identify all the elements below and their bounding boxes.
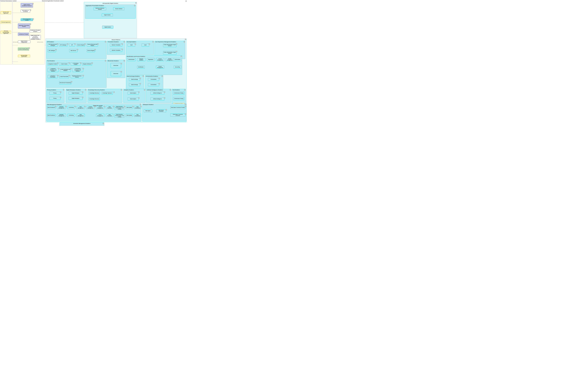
data-pub-1[interactable]: Data Publication (106, 106, 113, 109)
blockchain-node-1[interactable]: Blockchain (111, 63, 121, 68)
api-catalogue-node-1[interactable]: API Catalogue (59, 44, 67, 46)
esigp-exp[interactable]: □ (57, 75, 58, 76)
machine-trans-2[interactable]: Machine Translation (110, 49, 122, 52)
data-analytics-1[interactable]: Data Analytics (127, 92, 139, 94)
data-persist-2[interactable]: Data Persistence (47, 114, 55, 117)
reg-elec-delivery[interactable]: Registered Electronic Delivery (70, 75, 83, 78)
forms-mgmt-2[interactable]: Forms Management (96, 114, 104, 117)
real-service-prov[interactable]: Real Service Provisioning (59, 81, 71, 84)
identification-node[interactable]: Identification (137, 66, 145, 68)
trust-expand[interactable]: □ (105, 60, 106, 61)
de1-exp[interactable]: □ (140, 78, 141, 79)
assumptions-node[interactable]: Assumptions & Constraints (21, 10, 30, 12)
dw-node-2[interactable]: Digital Workplace (69, 97, 82, 100)
european-library-node[interactable]: Application Presentation Enablers (18, 24, 30, 28)
iae-expand[interactable]: □ (181, 56, 182, 57)
esig-pres[interactable]: e-Signature Preservation (48, 75, 58, 78)
api-disc-exp[interactable]: □ (57, 44, 58, 44)
data-mgmt-2[interactable]: Data Management (76, 114, 85, 117)
ai1-exp[interactable]: □ (164, 92, 165, 93)
sbb-expand[interactable]: □ (29, 48, 30, 49)
sme-expand[interactable]: □ (103, 123, 104, 124)
service-registry-node-2[interactable]: Service Registry (87, 49, 95, 52)
orch2-exp[interactable]: □ (159, 83, 160, 84)
pasw2-exp[interactable]: □ (176, 51, 177, 52)
dma1-exp[interactable]: □ (84, 106, 85, 107)
da2-exp[interactable]: □ (138, 98, 139, 98)
orch-expand[interactable]: □ (162, 76, 163, 77)
arch-principles-viewpoint-node[interactable]: Architecture Principles viewpoint (30, 29, 41, 32)
service-level-agreement-node[interactable]: Service Level Agreement (0, 11, 11, 14)
ds-connector-provider[interactable]: Data Space Connector Provider (170, 106, 185, 109)
blockchain-node-2[interactable]: Blockchain (111, 71, 121, 76)
sdr-exp[interactable]: □ (97, 44, 98, 44)
metadata-mgmt-2[interactable]: Metadata Management (57, 114, 66, 117)
etc-exp[interactable]: □ (80, 62, 81, 64)
fm1-exp[interactable]: □ (104, 106, 105, 107)
dv1-exp[interactable]: □ (140, 106, 142, 107)
sr2-exp[interactable]: □ (94, 49, 96, 50)
esealc-exp[interactable]: □ (69, 62, 70, 64)
sec-expand[interactable]: □ (152, 41, 153, 42)
m2m-interface-node[interactable]: Machine to Machine Interface (94, 7, 106, 10)
analytics-expand[interactable]: □ (144, 89, 145, 90)
ape-expand[interactable]: □ (134, 5, 135, 6)
ws-exp[interactable]: □ (77, 49, 78, 50)
forms-mgmt-1[interactable]: Forms Management (96, 106, 104, 109)
esealv-exp[interactable]: □ (70, 68, 71, 69)
digital-solution-arch-node[interactable]: Digital Solution Architecture Decisions (21, 3, 33, 8)
shared-expand[interactable]: □ (33, 18, 34, 20)
req-val-node[interactable]: Request Validation (137, 58, 145, 61)
e-archiving-1[interactable]: e-Archiving (67, 106, 75, 109)
red-exp[interactable]: □ (83, 75, 84, 76)
shared-app-content-node[interactable]: Shared Application Content (21, 18, 33, 21)
bc2-exp[interactable]: □ (121, 71, 122, 72)
knowledge-disc-1[interactable]: Knowledge Discovery (89, 92, 100, 94)
e-archiving-2[interactable]: e-Archiving (67, 114, 75, 117)
content-mgmt[interactable]: Content Management (86, 106, 94, 109)
esig-verif[interactable]: e-Signature Verification and Validation (48, 68, 58, 72)
data-mgmt-1[interactable]: Data Management (76, 106, 85, 109)
ai2-exp[interactable]: □ (164, 98, 165, 98)
blockchain-expand[interactable]: □ (124, 60, 125, 61)
audit-node-2[interactable]: Audit (141, 44, 149, 46)
dw-expand[interactable]: □ (85, 89, 86, 90)
pasw1-exp[interactable]: □ (176, 44, 177, 44)
uem-expand[interactable]: □ (184, 41, 185, 42)
bc1-exp[interactable]: □ (121, 63, 122, 64)
dm-expand[interactable]: □ (140, 104, 141, 105)
close-icon[interactable]: × (185, 0, 187, 2)
esigv-exp[interactable]: □ (58, 68, 59, 69)
sp-expand[interactable]: □ (185, 39, 186, 40)
iv-exp[interactable]: □ (92, 62, 93, 64)
ds-expand[interactable]: □ (185, 104, 186, 105)
pa-single-window-1[interactable]: Public Administration Single Window (163, 44, 176, 47)
api-catalogue-node-2[interactable]: API Catalogue (48, 49, 56, 52)
data-space-node[interactable]: Data Space (144, 109, 152, 112)
data-exchange-2[interactable]: Data Exchange (129, 83, 140, 86)
data-extract-2[interactable]: Data Extraction, Transformation, and Loa… (114, 114, 124, 118)
api-cat-exp[interactable]: □ (67, 44, 68, 44)
test-expand[interactable]: □ (184, 89, 185, 90)
orch-node-2[interactable]: Orchestration (148, 83, 159, 86)
data-space-connector[interactable]: Data Space Connector (156, 109, 166, 112)
dq1-exp[interactable]: □ (132, 106, 133, 107)
digital-solution-inner-node[interactable]: Digital Solution (102, 14, 113, 16)
solution-building-block-node[interactable]: Solution Building Block (18, 48, 29, 50)
interoperability-spec-node[interactable]: Interoperability Specification (18, 55, 30, 57)
etimestamp-creation[interactable]: e-Timestamp Creation (70, 62, 81, 66)
dsc-exp[interactable]: □ (166, 109, 167, 110)
kt-exp[interactable]: □ (113, 92, 114, 93)
privacy-node-2[interactable]: Privacy (49, 97, 60, 100)
etv-exp[interactable]: □ (83, 68, 84, 69)
priv2-exp[interactable]: □ (60, 97, 61, 98)
data-persist-1[interactable]: Data Persistence (47, 106, 55, 109)
architecture-principle-node[interactable]: Architecture Principle (18, 33, 29, 36)
ai-node-2[interactable]: Artificial Intelligence (150, 98, 164, 100)
digital-solution-req-node[interactable]: Digital Solution Requirement (18, 40, 30, 43)
rsp-exp[interactable]: □ (71, 81, 72, 82)
audit-node-1[interactable]: Audit (127, 44, 135, 46)
dpub1-exp[interactable]: □ (113, 106, 114, 107)
data-virt-1[interactable]: Data Virtualization (134, 106, 141, 109)
eseal-verif[interactable]: e-Seal Verification and Validation (60, 68, 71, 72)
